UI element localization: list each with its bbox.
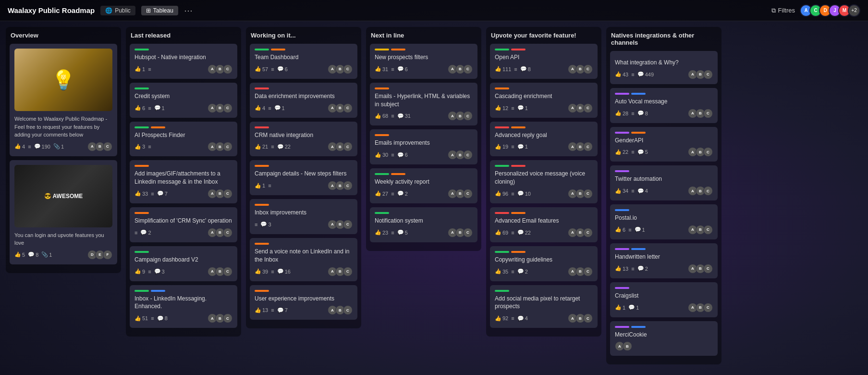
card-cascading-enrichment[interactable]: Cascading enrichment 👍12 ≡ 💬1 A B C [490,83,598,118]
card-avatar: C [343,142,353,151]
card-craigslist[interactable]: Craigslist 👍1 💬1 A B C [610,282,718,317]
card-meta: 👍30 ≡ 💬6 A B C [375,150,473,160]
card-data-enrichment[interactable]: Data enrichment improvements 👍4 ≡ 💬1 A B… [250,83,357,118]
card-ai-prospects[interactable]: AI Prospects Finder 👍3 ≡ A B C [130,122,237,157]
tag [375,88,389,89]
column-header-next: Next in line [370,32,477,39]
tableau-button[interactable]: ⊞ Tableau [141,6,178,15]
tag [511,165,526,167]
card-postal-io[interactable]: Postal.io 👍6 ≡ 💬1 A B C [610,204,718,239]
column-header-natives: Natives integrations & other channels [610,32,718,46]
card-inbox-linkedin[interactable]: Inbox - LinkedIn Messaging. Enhanced. 👍5… [130,285,237,328]
card-open-api[interactable]: Open API 👍111 ≡ 💬8 A B C [490,44,598,79]
card-title: Postal.io [615,214,713,222]
card-new-prospects-filters[interactable]: New prospects filters 👍31 ≡ 💬6 A B C [370,44,477,79]
public-label: Public [115,7,131,14]
card-advanced-email[interactable]: Advanced Email features 👍69 ≡ 💬22 A B C [490,207,598,242]
card-title: Inbox improvements [255,209,353,217]
card-title: Advanced reply goal [495,131,593,139]
tag [495,290,509,292]
overview-card-1[interactable]: 💡 Welcome to Waalaxy Public Roadmap - Fe… [10,44,117,156]
more-options-button[interactable]: ⋯ [184,5,193,16]
card-title: Inbox - LinkedIn Messaging. Enhanced. [134,295,232,311]
card-weekly-activity[interactable]: Weekly activity report 👍27 ≡ 💬2 A B C [370,168,477,203]
card-ux-improvements[interactable]: User experience improvements 👍13 ≡ 💬7 A … [250,285,357,320]
tag [495,49,509,50]
card-gender-api[interactable]: GenderAPI 👍22 ≡ 💬5 A B C [610,127,718,162]
card-avatar: C [703,109,713,118]
card-meta: 👍35 ≡ 💬2 A B C [495,267,593,276]
overview2-attachments: 📎 1 [41,251,52,258]
card-campaign-dashboard[interactable]: Campaign dashboard V2 👍9 ≡ 💬3 A B C [130,246,237,281]
filters-button[interactable]: ⧉ Filtres [771,7,795,14]
card-title: Notification system [375,217,473,225]
tag [391,173,405,175]
card-meta: 👍57 ≡ 💬6 A B C [255,64,353,74]
tag [615,326,629,328]
thumbs-up-icon: 👍 [14,143,21,150]
topbar: Waalaxy Public Roadmap 🌐 Public ⊞ Tablea… [0,0,868,21]
overview-card-2[interactable]: 😎 AWESOME You can login and upvote featu… [10,160,117,264]
tag [271,49,285,50]
avatar-plus[interactable]: +2 [848,4,860,17]
card-meta: 👍3 ≡ A B C [134,142,232,151]
card-handwritten-letter[interactable]: Handwritten letter 👍13 ≡ 💬2 A B C [610,243,718,278]
card-avatar: C [223,313,232,323]
card-meta: 👍9 ≡ 💬3 A B C [134,267,232,276]
card-what-integration[interactable]: What integration & Why? 👍43 ≡ 💬449 A B C [610,51,718,84]
card-avatar: C [463,64,473,74]
card-credit-system[interactable]: Credit system 👍6 ≡ 💬1 A B C [130,83,237,118]
card-title: Handwritten letter [615,253,713,261]
card-avatar: C [703,264,713,274]
card-social-pixel[interactable]: Add social media pixel to retarget prosp… [490,285,598,328]
card-avatar: C [703,70,713,79]
card-avatar: C [223,103,232,113]
card-inbox-improvements[interactable]: Inbox improvements ≡ 💬3 A B C [250,199,357,234]
tag [495,126,509,128]
card-notification-system[interactable]: Notification system 👍23 ≡ 💬5 A B C [370,207,477,242]
card-voice-cloning[interactable]: Personalized voice message (voice clonin… [490,160,598,203]
card-avatar: B [623,341,632,351]
card-twitter-automation[interactable]: Twitter automation 👍34 ≡ 💬4 A B C [610,165,718,200]
card-meta: 👍33 ≡ 💬7 A B C [134,189,232,199]
board: Overview 💡 Welcome to Waalaxy Public Roa… [0,21,868,375]
card-auto-vocal[interactable]: Auto Vocal message 👍28 ≡ 💬8 A B C [610,88,718,123]
card-meta-overview2: 👍 5 💬 8 📎 1 D E F [14,250,112,260]
card-title: Emails improvements [375,139,473,147]
card-emails-hyperlink[interactable]: Emails - Hyperlink, HTML & variables in … [370,83,477,126]
card-copywriting[interactable]: Copywriting guidelines 👍35 ≡ 💬2 A B C [490,246,598,281]
public-badge[interactable]: 🌐 Public [100,6,135,15]
card-title: Emails - Hyperlink, HTML & variables in … [375,92,473,109]
overview1-attachments: 📎 1 [53,143,64,150]
card-avatar: C [343,305,353,315]
tag [631,326,646,328]
card-images-gif[interactable]: Add images/GIF/attachments to a Linkedin… [130,160,237,203]
card-hubspot[interactable]: Hubspot - Native integration 👍1 ≡ A B C [130,44,237,79]
card-title: Advanced Email features [495,217,593,225]
card-avatar: C [703,225,713,235]
card-meta: 👍12 ≡ 💬1 A B C [495,103,593,113]
tag [134,290,149,292]
tag [375,49,389,50]
column-overview: Overview 💡 Welcome to Waalaxy Public Roa… [6,27,121,273]
card-team-dashboard[interactable]: Team Dashboard 👍57 ≡ 💬6 A B C [250,44,357,79]
card-meta: 👍43 ≡ 💬449 A B C [615,70,713,79]
card-emails-improvements[interactable]: Emails improvements 👍30 ≡ 💬6 A B C [370,129,477,164]
card-title: New prospects filters [375,53,473,62]
card-voice-note[interactable]: Send a voice note on LinkedIn and in the… [250,238,357,281]
card-avatar: F [103,250,112,260]
topbar-right: ⧉ Filtres A C D J M +2 [771,4,860,17]
card-crm-native[interactable]: CRM native integration 👍21 ≡ 💬22 A B C [250,122,357,157]
card-avatar: C [703,147,713,157]
card-avatar: C [703,303,713,312]
overview1-avatars: A B C [87,142,112,151]
card-avatar: C [463,150,473,160]
card-avatar: C [343,267,353,276]
card-campaign-details[interactable]: Campaign details - New steps filters 👍1 … [250,160,357,195]
card-crm-sync[interactable]: Simplification of 'CRM Sync' operation ≡… [130,207,237,242]
card-merci-cookie[interactable]: MerciCookie A B [610,321,718,356]
card-avatar: C [463,111,473,121]
tag [631,93,646,95]
tag [255,204,269,206]
card-advanced-reply-goal[interactable]: Advanced reply goal 👍19 ≡ 💬1 A B C [490,122,598,157]
